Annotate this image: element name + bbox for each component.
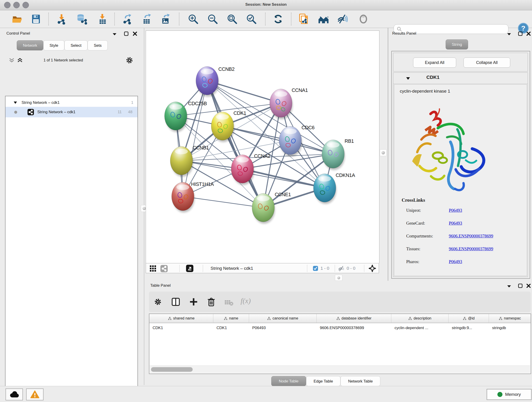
crosslink-tissues-link[interactable]: 9606.ENSP00000378699 bbox=[449, 246, 493, 251]
column-header[interactable]: database identifier bbox=[317, 314, 391, 323]
edge-count: 48 bbox=[128, 110, 133, 114]
horizontal-splitter-handle[interactable] bbox=[335, 275, 342, 281]
network-node-cdkn1a[interactable] bbox=[313, 174, 336, 204]
zoom-in-button[interactable] bbox=[187, 13, 200, 26]
network-status-dot bbox=[14, 111, 17, 114]
open-in-window-icon[interactable] bbox=[186, 264, 194, 272]
preview-lens-button[interactable] bbox=[357, 13, 370, 26]
network-canvas[interactable]: CCNB2CCNA1CDC25BCDK1CDC6RB1CCNB1CCNA2CDK… bbox=[146, 31, 380, 263]
save-session-button[interactable] bbox=[30, 13, 42, 26]
network-node-ccnb2[interactable] bbox=[196, 66, 219, 97]
tab-string[interactable]: String bbox=[446, 39, 468, 50]
float-panel-icon[interactable] bbox=[124, 31, 129, 36]
import-network-database-button[interactable] bbox=[75, 13, 88, 26]
table-tabs: Node TableEdge TableNetwork Table bbox=[271, 376, 380, 386]
panel-menu-icon[interactable] bbox=[507, 285, 511, 288]
close-panel-icon[interactable] bbox=[133, 31, 138, 36]
expand-all-networks-icon[interactable] bbox=[17, 58, 23, 63]
tab-sets[interactable]: Sets bbox=[88, 40, 108, 51]
table-gear-icon[interactable] bbox=[154, 298, 162, 306]
column-header[interactable]: name bbox=[213, 314, 249, 323]
zoom-selected-button[interactable] bbox=[245, 13, 258, 26]
column-header[interactable]: shared name bbox=[149, 314, 213, 323]
disclosure-triangle-icon[interactable] bbox=[13, 101, 17, 104]
tab-edge-table[interactable]: Edge Table bbox=[306, 376, 341, 386]
memory-button[interactable]: Memory bbox=[487, 389, 532, 400]
tab-select[interactable]: Select bbox=[64, 40, 88, 51]
crosslink-compartments-link[interactable]: 9606.ENSP00000378699 bbox=[449, 234, 493, 239]
export-network-button[interactable] bbox=[121, 13, 134, 26]
create-column-icon[interactable] bbox=[189, 298, 198, 306]
import-table-file-button[interactable] bbox=[96, 13, 109, 26]
float-panel-icon[interactable] bbox=[518, 31, 523, 36]
network-options-gear-icon[interactable] bbox=[126, 56, 133, 64]
close-panel-icon[interactable] bbox=[526, 283, 531, 288]
network-node-ccna2[interactable] bbox=[231, 155, 254, 185]
zoom-out-icon bbox=[207, 13, 218, 25]
crosslink-uniprot-link[interactable]: P06493 bbox=[449, 208, 462, 213]
network-node-ccne1[interactable] bbox=[252, 193, 275, 224]
crosslink-pharos-link[interactable]: P06493 bbox=[449, 259, 462, 264]
panel-menu-icon[interactable] bbox=[507, 32, 511, 36]
network-node-cdc25b[interactable] bbox=[165, 102, 187, 132]
float-panel-icon[interactable] bbox=[518, 283, 523, 288]
tab-network-table[interactable]: Network Table bbox=[341, 376, 380, 386]
export-image-icon bbox=[160, 13, 171, 25]
show-columns-icon[interactable] bbox=[171, 298, 180, 306]
network-node-cdc6[interactable] bbox=[279, 126, 302, 157]
table-cell[interactable]: cyclin-dependent ... bbox=[391, 324, 449, 332]
clone-network-button[interactable] bbox=[297, 13, 310, 26]
network-node-rb1[interactable] bbox=[322, 140, 345, 170]
share-view-icon[interactable] bbox=[160, 265, 168, 273]
table-cell[interactable]: 9606.ENSP00000378699 bbox=[317, 324, 391, 332]
refresh-view-button[interactable] bbox=[272, 13, 285, 26]
table-cell[interactable]: CDK1 bbox=[213, 324, 249, 332]
horizontal-scrollbar[interactable] bbox=[150, 366, 530, 373]
column-header[interactable]: canonical name bbox=[249, 314, 317, 323]
tab-network[interactable]: Network bbox=[17, 40, 43, 51]
collection-count: 1 bbox=[131, 100, 133, 105]
grid-view-icon[interactable] bbox=[150, 265, 157, 272]
control-panel-title: Control Panel bbox=[6, 31, 30, 36]
network-edge bbox=[242, 169, 325, 188]
section-disclosure-icon[interactable] bbox=[406, 77, 410, 80]
crosslink-genecard-link[interactable]: P06493 bbox=[449, 221, 462, 226]
network-node-ccna1[interactable] bbox=[270, 89, 293, 119]
network-node-ccnb1[interactable] bbox=[170, 147, 193, 177]
birdseye-view-icon[interactable] bbox=[368, 264, 376, 273]
collapse-all-networks-icon[interactable] bbox=[9, 58, 15, 63]
right-splitter[interactable] bbox=[388, 28, 388, 281]
hide-displays-button[interactable] bbox=[336, 13, 349, 26]
column-header[interactable]: description bbox=[391, 314, 449, 323]
column-header[interactable]: namespac bbox=[489, 314, 531, 323]
right-splitter-handle[interactable] bbox=[380, 149, 386, 156]
column-header[interactable]: @id bbox=[449, 314, 489, 323]
export-image-button[interactable] bbox=[159, 13, 172, 26]
export-table-button[interactable] bbox=[141, 13, 153, 26]
network-node-cdk1[interactable] bbox=[211, 112, 234, 142]
panel-menu-icon[interactable] bbox=[112, 32, 117, 36]
close-panel-icon[interactable] bbox=[526, 31, 531, 36]
network-collection-row[interactable]: String Network – cdk1 1 bbox=[6, 99, 138, 107]
expand-all-button[interactable]: Expand All bbox=[413, 57, 456, 68]
tab-style[interactable]: Style bbox=[43, 40, 64, 51]
import-network-file-button[interactable] bbox=[55, 13, 68, 26]
collapse-all-button[interactable]: Collapse All bbox=[463, 57, 510, 68]
export-table-icon bbox=[142, 13, 152, 25]
cloud-status-button[interactable] bbox=[6, 389, 23, 400]
zoom-fit-button[interactable] bbox=[226, 13, 239, 26]
scrollbar-thumb[interactable] bbox=[151, 367, 193, 372]
open-session-button[interactable] bbox=[11, 13, 24, 26]
selected-checkbox-icon[interactable] bbox=[313, 266, 318, 271]
table-cell[interactable]: CDK1 bbox=[149, 324, 213, 332]
tab-node-table[interactable]: Node Table bbox=[271, 376, 306, 386]
table-cell[interactable]: stringdb:9... bbox=[449, 324, 489, 332]
network-graph[interactable]: CCNB2CCNA1CDC25BCDK1CDC6RB1CCNB1CCNA2CDK… bbox=[146, 31, 379, 263]
table-cell[interactable]: P06493 bbox=[249, 324, 317, 332]
zoom-out-button[interactable] bbox=[206, 13, 219, 26]
delete-column-trash-icon[interactable] bbox=[207, 297, 216, 307]
starter-panel-button[interactable] bbox=[317, 13, 330, 26]
network-row-selected[interactable]: String Network – cdk1 11 48 bbox=[6, 107, 138, 117]
warnings-button[interactable] bbox=[26, 389, 44, 400]
table-cell[interactable]: stringdb bbox=[489, 324, 531, 332]
